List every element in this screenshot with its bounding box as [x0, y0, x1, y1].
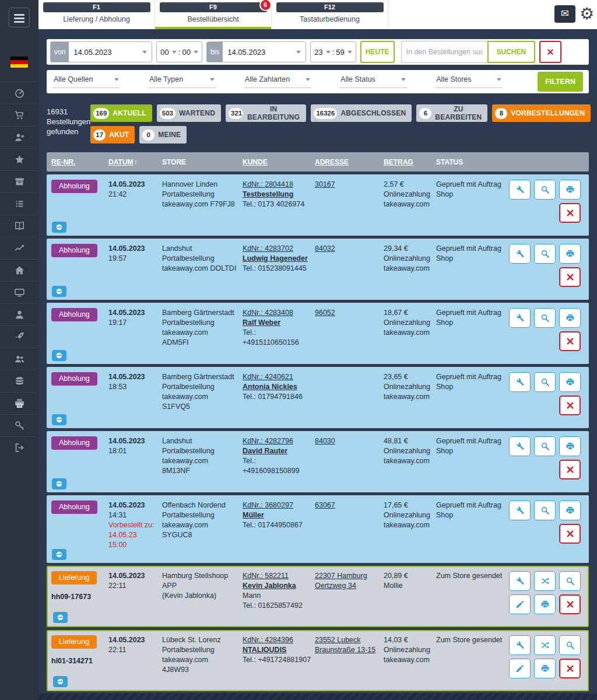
print-order-button[interactable]	[559, 180, 581, 200]
customer-number-link[interactable]: KdNr.: 4283408	[243, 308, 311, 318]
customer-number-link[interactable]: KdNr.: 4240621	[243, 372, 311, 382]
order-details-button[interactable]	[534, 501, 556, 520]
order-actions-button[interactable]	[509, 571, 531, 591]
status-filter-akut[interactable]: 17 AKUT	[90, 126, 135, 144]
sidebar-item-rocket[interactable]	[0, 326, 38, 348]
address-link[interactable]: 96052	[315, 308, 380, 318]
column-header-betrag[interactable]: BETRAG	[384, 158, 436, 166]
search-button[interactable]: SUCHEN	[487, 41, 536, 63]
sidebar-item-archive[interactable]	[0, 170, 38, 192]
sidebar-item-dashboard[interactable]	[0, 82, 38, 104]
order-actions-button[interactable]	[509, 501, 531, 520]
print-order-button[interactable]	[559, 501, 581, 520]
print-order-button[interactable]	[559, 372, 581, 392]
sidebar-item-star[interactable]	[0, 148, 38, 170]
sidebar-item-list[interactable]	[0, 192, 38, 215]
column-header-datum[interactable]: DATUM↑	[108, 158, 162, 166]
customer-name-link[interactable]: Ralf Weber	[243, 318, 311, 328]
column-header-adresse[interactable]: ADRESSE	[315, 158, 384, 166]
from-hour-select[interactable]: 00	[160, 48, 176, 57]
order-details-button[interactable]	[534, 244, 556, 264]
edit-order-button[interactable]	[509, 594, 531, 614]
clear-search-button[interactable]	[539, 41, 561, 63]
cancel-order-button[interactable]	[559, 460, 581, 480]
status-filter-in-bearbeitung[interactable]: 321 IN BEARBEITUNG	[226, 104, 306, 122]
sidebar-item-key[interactable]	[0, 414, 38, 436]
order-details-button[interactable]	[534, 308, 556, 328]
sidebar-item-chart[interactable]	[0, 237, 38, 259]
status-filter-wartend[interactable]: 503 WARTEND	[157, 104, 221, 122]
tab-f12[interactable]: F12 Tastaturbedienung	[272, 0, 388, 29]
sidebar-item-logout[interactable]	[0, 436, 38, 459]
order-details-button[interactable]	[534, 436, 556, 456]
status-filter-meine[interactable]: 0 MEINE	[139, 126, 187, 144]
order-actions-button[interactable]	[509, 308, 531, 328]
filter-dropdown-alle-zahlarten[interactable]: Alle Zahlarten	[244, 75, 311, 88]
sidebar-item-printer[interactable]	[0, 392, 38, 414]
sidebar-item-user-add[interactable]	[0, 126, 38, 148]
customer-name-link[interactable]: Antonia Nickles	[243, 382, 311, 392]
settings-button[interactable]: ⚙	[580, 5, 594, 23]
order-details-button[interactable]	[534, 372, 556, 392]
customer-number-link[interactable]: KdNr.: 4282796	[243, 436, 311, 446]
sidebar-item-users[interactable]	[0, 348, 38, 370]
sidebar-item-menu-book[interactable]	[0, 215, 38, 237]
address-link[interactable]: 84030	[315, 436, 380, 446]
order-details-button[interactable]	[559, 571, 581, 591]
address-link[interactable]: 84032	[315, 244, 380, 254]
filter-dropdown-alle-quellen[interactable]: Alle Quellen	[52, 75, 120, 88]
order-details-button[interactable]	[559, 635, 581, 655]
order-actions-button[interactable]	[509, 372, 531, 392]
filter-button[interactable]: FILTERN	[538, 72, 583, 92]
print-order-button[interactable]	[559, 308, 581, 328]
customer-number-link[interactable]: KdNr.: 4283702	[243, 244, 311, 254]
cancel-order-button[interactable]	[559, 594, 581, 614]
order-actions-button[interactable]	[509, 635, 531, 655]
sidebar-item-database[interactable]	[0, 370, 38, 392]
filter-dropdown-alle-typen[interactable]: Alle Typen	[148, 75, 216, 88]
cancel-order-button[interactable]	[559, 524, 581, 544]
column-header-kunde[interactable]: KUNDE	[243, 158, 315, 166]
search-input[interactable]	[401, 41, 487, 63]
sidebar-item-cart[interactable]	[0, 104, 38, 126]
tab-f1[interactable]: F1 Lieferung / Abholung	[38, 0, 155, 29]
sidebar-item-monitor[interactable]	[0, 281, 38, 303]
customer-number-link[interactable]: KdNr.: 3680297	[243, 501, 311, 510]
tab-f9[interactable]: F96 Bestellübersicht	[155, 0, 272, 29]
customer-name-link[interactable]: Testbestellung	[243, 190, 311, 200]
sidebar-item-home[interactable]	[0, 259, 38, 281]
order-details-button[interactable]	[534, 180, 556, 200]
customer-number-link[interactable]: KdNr.: 582211	[243, 571, 311, 581]
print-order-button[interactable]	[534, 594, 556, 614]
customer-name-link[interactable]: NTALIOUDIS	[243, 645, 311, 655]
sidebar-item-user[interactable]	[0, 303, 38, 326]
status-filter-vorbestellungen[interactable]: 8 VORBESTELLUNGEN	[492, 104, 591, 122]
address-link[interactable]: 30167	[315, 180, 380, 190]
edit-order-button[interactable]	[509, 659, 531, 678]
status-filter-abgeschlossen[interactable]: 16326 ABGESCHLOSSEN	[311, 104, 412, 122]
status-filter-zu-bearbeiten[interactable]: 6 ZU BEARBEITEN	[416, 104, 487, 122]
filter-dropdown-alle-stores[interactable]: Alle Stores	[435, 75, 503, 88]
today-button[interactable]: HEUTE	[360, 41, 395, 63]
from-minute-select[interactable]: 00	[182, 48, 198, 57]
mail-button[interactable]: ✉	[554, 5, 575, 23]
to-date-select[interactable]: 14.05.2023	[223, 42, 305, 62]
print-order-button[interactable]	[559, 436, 581, 456]
from-date-select[interactable]: 14.05.2023	[69, 42, 152, 62]
hamburger-menu-button[interactable]	[9, 8, 30, 27]
cancel-order-button[interactable]	[559, 203, 581, 223]
cancel-order-button[interactable]	[559, 396, 581, 415]
to-minute-select[interactable]: 59	[336, 48, 352, 57]
customer-name-link[interactable]: Müller	[243, 510, 311, 520]
to-hour-select[interactable]: 23	[314, 48, 330, 57]
column-header-re-nr[interactable]: RE-NR.	[51, 158, 108, 166]
print-order-button[interactable]	[559, 244, 581, 264]
print-order-button[interactable]	[534, 659, 556, 678]
customer-number-link[interactable]: KdNr.: 2804418	[243, 180, 311, 190]
status-filter-aktuell[interactable]: 169 AKTUELL	[90, 104, 152, 122]
order-actions-button[interactable]	[509, 244, 531, 264]
address-link[interactable]: 63067	[315, 501, 380, 510]
customer-name-link[interactable]: Ludwig Hageneder	[243, 254, 311, 264]
customer-number-link[interactable]: KdNr.: 4284396	[243, 635, 311, 645]
cancel-order-button[interactable]	[559, 331, 581, 351]
